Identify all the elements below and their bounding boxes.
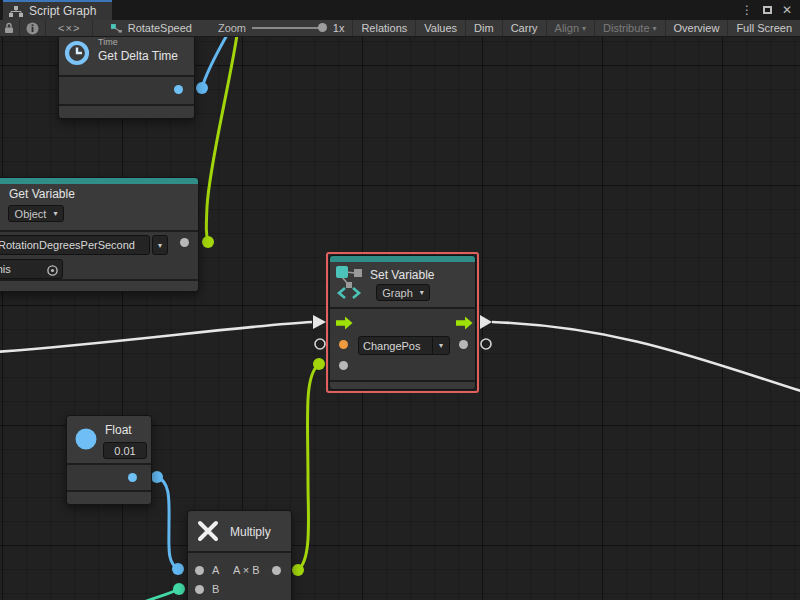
variable-scope-dropdown[interactable]: Graph ▾ bbox=[376, 284, 430, 301]
toolbar-button-overview[interactable]: Overview bbox=[666, 20, 729, 36]
value-output-port[interactable] bbox=[459, 340, 468, 349]
graph-context-group: RotateSpeed Zoom 1x bbox=[93, 20, 353, 36]
port-label-b: B bbox=[212, 583, 219, 595]
tab-label: Script Graph bbox=[29, 4, 96, 18]
port-label-output: A × B bbox=[233, 564, 260, 576]
node-title: Float bbox=[105, 423, 132, 437]
tab-bar: Script Graph ⋮ ✕ bbox=[0, 0, 800, 20]
value-wire-multiply-to-set bbox=[298, 365, 318, 570]
value-input-port[interactable] bbox=[339, 340, 348, 349]
tab-script-graph[interactable]: Script Graph bbox=[3, 0, 112, 20]
selection-outline: Set Variable Graph ▾ ChangePos ▾ bbox=[326, 252, 479, 393]
node-multiply[interactable]: Multiply A A × B B bbox=[187, 510, 292, 600]
set-variable-icon bbox=[336, 265, 364, 299]
input-port-b[interactable] bbox=[195, 585, 204, 594]
control-output-arrow[interactable] bbox=[456, 316, 473, 330]
control-input-arrow[interactable] bbox=[336, 316, 353, 330]
info-button[interactable] bbox=[20, 20, 46, 36]
value-input-port-2[interactable] bbox=[339, 361, 348, 370]
output-port[interactable] bbox=[174, 85, 183, 94]
node-title: Set Variable bbox=[370, 268, 434, 282]
control-wire-right bbox=[492, 322, 800, 392]
chevron-down-icon: ▾ bbox=[653, 24, 657, 33]
toolbar-button-relations[interactable]: Relations bbox=[353, 20, 416, 36]
info-icon bbox=[26, 22, 39, 35]
zoom-slider[interactable] bbox=[252, 27, 323, 29]
node-title: Multiply bbox=[230, 525, 271, 539]
maximize-icon[interactable] bbox=[763, 6, 772, 14]
node-title: Get Delta Time bbox=[98, 49, 178, 63]
graph-toolbar: <×> RotateSpeed Zoom 1x Relations Values… bbox=[0, 20, 800, 37]
wire-endpoint bbox=[196, 82, 208, 94]
menu-dots-icon[interactable]: ⋮ bbox=[741, 3, 753, 17]
object-picker-icon[interactable] bbox=[46, 264, 59, 277]
wire-endpoint bbox=[292, 564, 304, 576]
value-wire-float-to-multiply bbox=[157, 477, 178, 569]
graph-canvas[interactable]: Time Get Delta Time Get Variable Object … bbox=[0, 37, 800, 600]
output-port[interactable] bbox=[272, 566, 281, 575]
chevron-down-icon: ▾ bbox=[582, 24, 586, 33]
input-port-a[interactable] bbox=[195, 566, 204, 575]
clock-icon bbox=[63, 39, 91, 67]
toolbar-button-carry[interactable]: Carry bbox=[503, 20, 547, 36]
value-wire-delta-time bbox=[202, 37, 227, 88]
zoom-label: Zoom bbox=[218, 22, 246, 34]
multiply-x-icon bbox=[196, 519, 220, 543]
toolbar-button-align[interactable]: Align▾ bbox=[547, 20, 595, 36]
lock-button[interactable] bbox=[0, 20, 20, 36]
float-circle-icon bbox=[75, 428, 97, 450]
chevron-down-icon: ▾ bbox=[158, 241, 162, 250]
wire-endpoint bbox=[151, 471, 163, 483]
code-brackets-icon: <×> bbox=[58, 22, 80, 34]
graph-hierarchy-icon bbox=[9, 6, 23, 17]
wire-arrowhead-right bbox=[480, 315, 492, 329]
zoom-value: 1x bbox=[333, 22, 345, 34]
node-set-variable[interactable]: Set Variable Graph ▾ ChangePos ▾ bbox=[329, 255, 476, 390]
port-label-a: A bbox=[212, 564, 219, 576]
output-port[interactable] bbox=[128, 473, 137, 482]
variable-name-dropdown[interactable]: ChangePos ▾ bbox=[358, 336, 450, 355]
node-title: Get Variable bbox=[9, 187, 75, 201]
node-get-variable[interactable]: Get Variable Object ▾ RotationDegreesPer… bbox=[0, 177, 199, 292]
toolbar-button-fullscreen[interactable]: Full Screen bbox=[728, 20, 800, 36]
empty-port-right[interactable] bbox=[481, 339, 491, 349]
wire-endpoint bbox=[313, 358, 325, 370]
close-icon[interactable]: ✕ bbox=[782, 3, 792, 17]
chevron-down-icon: ▾ bbox=[53, 209, 57, 218]
graph-reference-label[interactable]: RotateSpeed bbox=[128, 22, 192, 34]
zoom-slider-knob[interactable] bbox=[318, 23, 327, 32]
variable-scope-dropdown[interactable]: Object ▾ bbox=[8, 205, 64, 222]
chevron-down-icon: ▾ bbox=[420, 288, 424, 297]
target-object-field[interactable]: This bbox=[0, 259, 63, 279]
output-port[interactable] bbox=[180, 238, 189, 247]
code-view-button[interactable]: <×> bbox=[46, 20, 93, 36]
node-category: Time bbox=[98, 37, 118, 47]
node-get-delta-time[interactable]: Time Get Delta Time bbox=[58, 37, 195, 119]
chevron-down-icon[interactable]: ▾ bbox=[432, 337, 449, 354]
toolbar-button-dim[interactable]: Dim bbox=[466, 20, 503, 36]
window-controls: ⋮ ✕ bbox=[741, 0, 800, 20]
toolbar-button-values[interactable]: Values bbox=[416, 20, 466, 36]
empty-port-left[interactable] bbox=[315, 339, 325, 349]
wire-arrowhead-left bbox=[313, 315, 326, 329]
variable-name-field[interactable]: RotationDegreesPerSecond bbox=[0, 235, 150, 255]
wire-endpoint bbox=[202, 236, 214, 248]
wire-endpoint bbox=[173, 583, 185, 595]
graph-node-icon bbox=[111, 23, 122, 34]
variable-name-dropdown-button[interactable]: ▾ bbox=[152, 235, 168, 255]
float-value-field[interactable]: 0.01 bbox=[103, 442, 147, 459]
toolbar-button-distribute[interactable]: Distribute▾ bbox=[595, 20, 665, 36]
wire-endpoint bbox=[172, 563, 184, 575]
lock-icon bbox=[3, 22, 15, 34]
unity-visual-scripting-window: Script Graph ⋮ ✕ <×> bbox=[0, 0, 800, 600]
node-float[interactable]: Float 0.01 bbox=[66, 415, 152, 505]
control-wire-left bbox=[0, 322, 312, 352]
